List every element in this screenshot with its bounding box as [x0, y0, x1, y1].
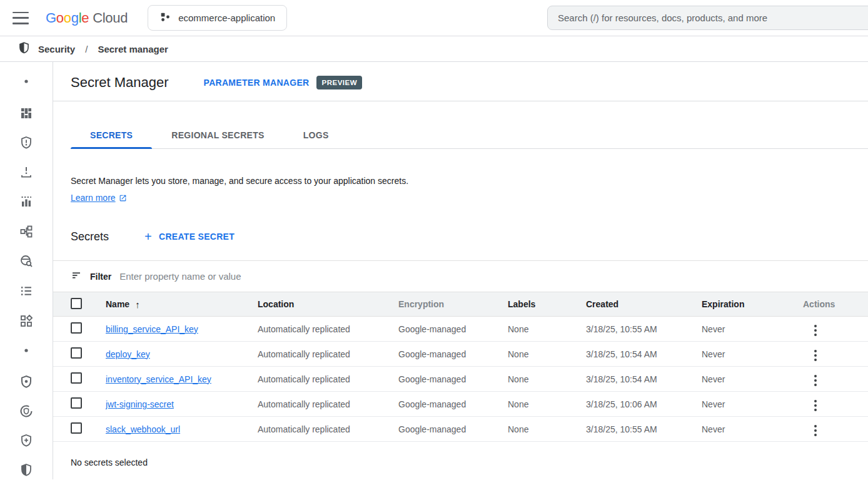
secret-labels: None: [508, 399, 586, 409]
sidebar: [0, 62, 53, 479]
project-selector[interactable]: ecommerce-application: [148, 5, 287, 31]
globe-search-icon: [19, 253, 34, 271]
secret-expiration: Never: [702, 349, 795, 359]
row-actions-menu-icon[interactable]: [812, 397, 819, 413]
sidebar-item-12[interactable]: [17, 403, 36, 422]
row-checkbox[interactable]: [71, 397, 82, 409]
row-checkbox[interactable]: [71, 372, 82, 384]
column-header-created[interactable]: Created: [586, 299, 702, 309]
create-secret-button[interactable]: + CREATE SECRET: [144, 230, 235, 243]
secret-created: 3/18/25, 10:54 AM: [586, 374, 702, 384]
secret-name-link[interactable]: inventory_service_API_key: [106, 374, 211, 384]
preview-badge: PREVIEW: [316, 76, 362, 89]
tab-logs-label: LOGS: [303, 130, 329, 140]
secret-location: Automatically replicated: [258, 324, 398, 334]
selection-status: No secrets selected: [71, 457, 868, 467]
secret-labels: None: [508, 374, 586, 384]
table-row: jwt-signing-secret Automatically replica…: [53, 392, 868, 417]
column-header-expiration[interactable]: Expiration: [702, 299, 795, 309]
sidebar-item-2[interactable]: [17, 105, 36, 124]
org-hierarchy-icon: [19, 224, 34, 242]
table-row: billing_service_API_key Automatically re…: [53, 317, 868, 342]
row-actions-menu-icon[interactable]: [812, 372, 819, 388]
tab-regional-secrets[interactable]: REGIONAL SECRETS: [152, 122, 283, 148]
sidebar-item-10[interactable]: [17, 342, 36, 361]
project-icon: [159, 11, 171, 24]
sidebar-item-8[interactable]: [17, 283, 36, 302]
sort-ascending-icon[interactable]: ↑: [135, 299, 140, 310]
breadcrumb: Security / Secret manager: [0, 36, 868, 62]
secrets-section-header: Secrets + CREATE SECRET: [71, 227, 868, 246]
page-title: Secret Manager: [71, 74, 169, 91]
sidebar-item-9[interactable]: [17, 313, 36, 332]
filter-input[interactable]: [119, 271, 495, 282]
parameter-manager-link[interactable]: PARAMETER MANAGER: [204, 78, 310, 88]
sidebar-item-3[interactable]: [17, 135, 36, 153]
secret-expiration: Never: [702, 424, 795, 434]
bar-chart-icon: [19, 194, 34, 212]
header-divider: [53, 101, 868, 101]
secret-created: 3/18/25, 10:54 AM: [586, 349, 702, 359]
secrets-table: Filter Name ↑ Location Encryption Labels…: [53, 260, 868, 442]
cloud-logo-text: Cloud: [93, 10, 128, 26]
project-selector-label: ecommerce-application: [178, 13, 275, 23]
filter-icon: [71, 270, 82, 283]
sidebar-item-4[interactable]: [17, 164, 36, 183]
secret-encryption: Google-managed: [398, 324, 508, 334]
column-header-location[interactable]: Location: [258, 299, 398, 309]
tab-logs[interactable]: LOGS: [284, 122, 348, 148]
secret-labels: None: [508, 424, 586, 434]
filter-bar: Filter: [53, 261, 868, 292]
secret-created: 3/18/25, 10:06 AM: [586, 399, 702, 409]
secret-name-link[interactable]: deploy_key: [106, 349, 150, 359]
page-header: Secret Manager PARAMETER MANAGER PREVIEW: [53, 62, 868, 91]
apps-diamond-icon: [19, 314, 34, 331]
row-checkbox[interactable]: [71, 322, 82, 334]
security-shield-icon: [18, 41, 31, 56]
table-row: inventory_service_API_key Automatically …: [53, 367, 868, 392]
column-header-labels[interactable]: Labels: [508, 299, 586, 309]
breadcrumb-item-secret-manager[interactable]: Secret manager: [98, 44, 168, 54]
sidebar-item-14[interactable]: [17, 462, 36, 480]
learn-more-link[interactable]: Learn more: [71, 190, 127, 207]
secret-labels: None: [508, 349, 586, 359]
secret-encryption: Google-managed: [398, 374, 508, 384]
secret-location: Automatically replicated: [258, 424, 398, 434]
sidebar-item-6[interactable]: [17, 223, 36, 242]
secret-location: Automatically replicated: [258, 399, 398, 409]
row-actions-menu-icon[interactable]: [812, 322, 819, 338]
secret-location: Automatically replicated: [258, 349, 398, 359]
row-actions-menu-icon[interactable]: [812, 347, 819, 363]
row-actions-menu-icon[interactable]: [812, 422, 819, 438]
description-text: Secret Manager lets you store, manage, a…: [71, 173, 868, 190]
column-header-name[interactable]: Name: [106, 299, 129, 309]
sidebar-item-1[interactable]: [17, 73, 36, 92]
secrets-heading: Secrets: [71, 230, 109, 243]
secret-name-link[interactable]: slack_webhook_url: [106, 424, 180, 434]
sidebar-item-7[interactable]: [17, 253, 36, 272]
sidebar-item-13[interactable]: [17, 432, 36, 451]
main-content: Secret Manager PARAMETER MANAGER PREVIEW…: [53, 62, 868, 479]
tab-secrets-label: SECRETS: [90, 130, 133, 140]
sidebar-item-5[interactable]: [17, 193, 36, 212]
search-input[interactable]: [558, 13, 867, 23]
sidebar-item-11[interactable]: [17, 374, 36, 392]
shield-alert-icon: [19, 135, 34, 153]
secret-encryption: Google-managed: [398, 424, 508, 434]
menu-hamburger-icon[interactable]: [13, 12, 29, 24]
secret-name-link[interactable]: jwt-signing-secret: [106, 399, 174, 409]
secret-name-link[interactable]: billing_service_API_key: [106, 324, 198, 334]
secret-expiration: Never: [702, 374, 795, 384]
list-items-icon: [19, 283, 34, 301]
select-all-checkbox[interactable]: [71, 298, 82, 309]
row-checkbox[interactable]: [71, 347, 82, 359]
table-row: slack_webhook_url Automatically replicat…: [53, 417, 868, 442]
secret-labels: None: [508, 324, 586, 334]
table-body: billing_service_API_key Automatically re…: [53, 317, 868, 442]
overview-dashboard-icon: [19, 106, 34, 123]
row-checkbox[interactable]: [71, 422, 82, 434]
learn-more-label: Learn more: [71, 190, 116, 207]
tab-secrets[interactable]: SECRETS: [71, 122, 152, 148]
breadcrumb-item-security[interactable]: Security: [38, 44, 75, 54]
secret-created: 3/18/25, 10:55 AM: [586, 324, 702, 334]
